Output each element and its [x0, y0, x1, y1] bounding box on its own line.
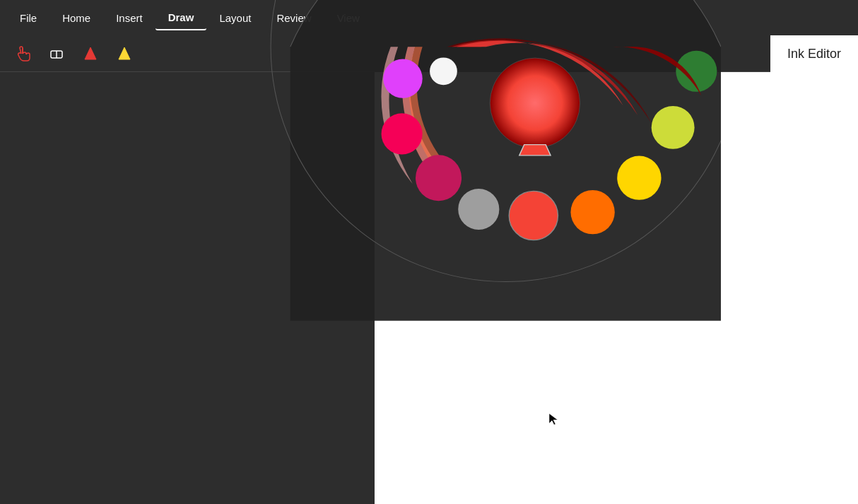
pen-tool-button[interactable] — [109, 38, 140, 69]
menu-draw[interactable]: Draw — [155, 6, 207, 30]
menu-home[interactable]: Home — [49, 6, 103, 30]
svg-rect-4 — [87, 57, 94, 59]
hand-tool-button[interactable] — [7, 38, 38, 69]
svg-rect-6 — [121, 57, 128, 59]
content-area — [0, 72, 858, 504]
menu-view[interactable]: View — [324, 6, 372, 30]
right-panel — [375, 72, 858, 504]
ink-editor-title: Ink Editor — [787, 47, 841, 61]
toolbar: Ink Editor — [0, 35, 858, 72]
menu-bar: File Home Insert Draw Layout Review View — [0, 0, 858, 35]
eraser-tool-button[interactable] — [41, 38, 72, 69]
menu-layout[interactable]: Layout — [206, 6, 264, 30]
menu-review[interactable]: Review — [264, 6, 324, 30]
menu-insert[interactable]: Insert — [103, 6, 155, 30]
left-panel — [0, 72, 375, 504]
menu-file[interactable]: File — [7, 6, 49, 30]
ink-editor-panel: Ink Editor — [770, 35, 858, 72]
highlighter-tool-button[interactable] — [75, 38, 106, 69]
